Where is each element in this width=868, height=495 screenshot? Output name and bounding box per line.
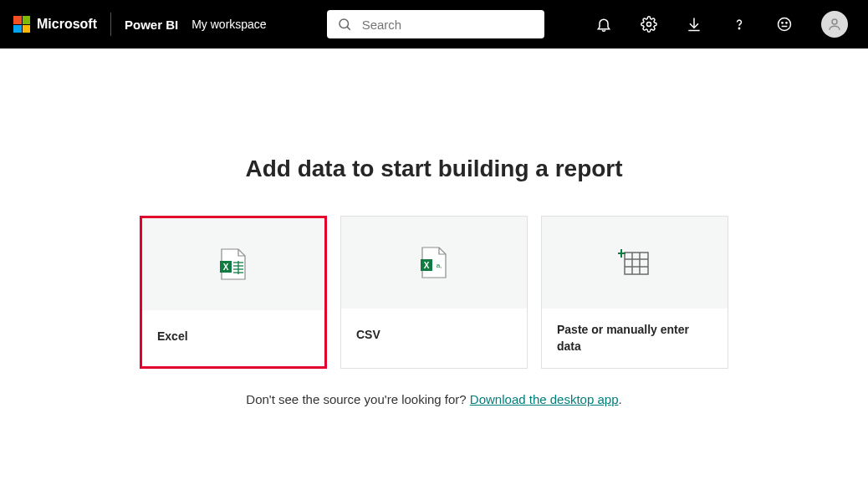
divider [110,13,111,36]
svg-text:X: X [223,263,229,272]
card-label-area: Excel [142,310,324,364]
svg-point-0 [340,19,349,28]
table-plus-icon [618,248,651,278]
footer-period: . [619,392,622,406]
app-header: Microsoft Power BI My workspace [0,0,868,48]
card-label: Excel [157,329,188,345]
account-avatar[interactable] [821,11,848,38]
card-label: Paste or manually enter data [557,322,712,355]
svg-rect-18 [625,253,648,274]
svg-point-7 [832,19,837,24]
header-actions [595,11,848,38]
card-icon-area [542,217,728,309]
notifications-icon[interactable] [595,16,612,33]
card-csv[interactable]: X a, CSV [340,216,528,369]
svg-text:X: X [424,261,430,270]
svg-text:a,: a, [437,262,442,269]
microsoft-logo[interactable]: Microsoft [13,16,97,33]
csv-file-icon: X a, [419,246,449,279]
data-source-cards: X Excel X a, [0,216,868,369]
svg-point-6 [786,23,787,23]
card-excel[interactable]: X Excel [140,216,327,369]
card-label-area: CSV [341,309,527,362]
search-icon [337,17,352,32]
footer-prompt: Don't see the source you're looking for? [246,392,470,406]
card-label-area: Paste or manually enter data [542,309,728,368]
search-input[interactable] [360,17,534,33]
svg-point-3 [738,28,739,28]
excel-file-icon: X [218,248,248,281]
card-label: CSV [356,327,380,344]
settings-icon[interactable] [641,16,657,33]
download-icon[interactable] [686,16,702,33]
microsoft-label: Microsoft [37,17,97,32]
feedback-icon[interactable] [776,16,793,33]
app-name[interactable]: Power BI [125,18,178,32]
workspace-name[interactable]: My workspace [191,18,266,31]
svg-line-1 [347,27,350,30]
svg-point-5 [782,23,783,23]
card-manual-data[interactable]: Paste or manually enter data [541,216,728,369]
svg-point-2 [647,23,651,27]
search-box[interactable] [327,10,544,38]
svg-point-4 [779,18,791,31]
download-desktop-link[interactable]: Download the desktop app [470,392,619,406]
microsoft-logo-icon [13,16,30,33]
page-title: Add data to start building a report [0,156,868,182]
card-icon-area: X [142,218,324,310]
main-content: Add data to start building a report X Ex [0,48,868,406]
footer-text: Don't see the source you're looking for?… [0,392,868,406]
help-icon[interactable] [731,16,748,33]
card-icon-area: X a, [341,217,527,309]
